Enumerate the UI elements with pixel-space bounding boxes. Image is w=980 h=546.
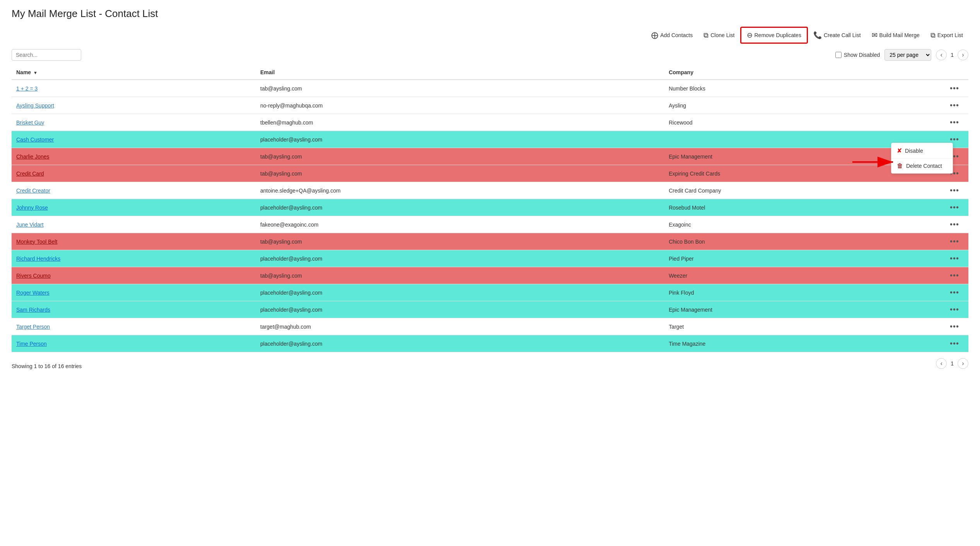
- contact-name-link[interactable]: 1 + 2 = 3: [16, 85, 38, 92]
- contact-actions-cell: •••: [945, 199, 968, 216]
- contact-email-cell: placeholder@aysling.com: [256, 131, 664, 148]
- add-contacts-button[interactable]: ⨁ Add Contacts: [646, 28, 698, 43]
- contact-company-cell: Epic Management: [664, 301, 945, 318]
- export-icon: ⧉: [930, 31, 936, 39]
- contact-actions-cell: •••: [945, 284, 968, 301]
- action-dots-button[interactable]: •••: [950, 322, 959, 331]
- remove-duplicates-button[interactable]: ⊖ Remove Duplicates: [740, 27, 808, 44]
- contact-name-cell: Charlie Jones: [12, 148, 256, 165]
- contact-name-link[interactable]: Sam Richards: [16, 307, 50, 313]
- action-dots-button[interactable]: •••: [950, 135, 959, 143]
- contact-email-cell: placeholder@aysling.com: [256, 335, 664, 352]
- contact-actions-cell: •••: [945, 318, 968, 335]
- actions-header: [945, 65, 968, 80]
- action-dots-button[interactable]: •••: [950, 186, 959, 195]
- table-row: Cash Customer placeholder@aysling.com ••…: [12, 131, 968, 148]
- table-row: Credit Card tab@aysling.com Expiring Cre…: [12, 165, 968, 182]
- contact-name-link[interactable]: Richard Hendricks: [16, 256, 60, 262]
- action-dots-button[interactable]: •••: [950, 84, 959, 92]
- clone-list-button[interactable]: ⧉ Clone List: [698, 28, 740, 43]
- contact-email-cell: fakeone@exagoinc.com: [256, 216, 664, 233]
- contact-actions-cell: •••: [945, 335, 968, 352]
- contact-actions-cell: •••: [945, 267, 968, 284]
- contact-company-cell: Ricewood: [664, 114, 945, 131]
- table-row: Richard Hendricks placeholder@aysling.co…: [12, 250, 968, 267]
- contact-name-cell: Time Person: [12, 335, 256, 352]
- contact-company-cell: Pied Piper: [664, 250, 945, 267]
- contact-actions-cell: •••: [945, 301, 968, 318]
- table-wrapper: Name ▼ Email Company 1 + 2 = 3 tab@aysli…: [12, 65, 968, 352]
- action-dots-button[interactable]: •••: [950, 237, 959, 246]
- action-dots-button[interactable]: •••: [950, 339, 959, 348]
- contact-name-cell: Aysling Support: [12, 97, 256, 114]
- contact-actions-cell: •••: [945, 182, 968, 199]
- page-number-top: 1: [949, 52, 955, 58]
- prev-page-button-bottom[interactable]: ‹: [936, 358, 947, 369]
- contact-actions-cell: •••: [945, 233, 968, 250]
- page-container: My Mail Merge List - Contact List ⨁ Add …: [0, 0, 980, 377]
- contact-company-cell: Number Blocks: [664, 80, 945, 97]
- table-row: Roger Waters placeholder@aysling.com Pin…: [12, 284, 968, 301]
- per-page-select[interactable]: 25 per page 50 per page 100 per page: [884, 49, 931, 61]
- name-header[interactable]: Name ▼: [12, 65, 256, 80]
- contact-name-link[interactable]: Target Person: [16, 324, 50, 330]
- action-dots-button[interactable]: •••: [950, 220, 959, 229]
- action-dots-button[interactable]: •••: [950, 305, 959, 314]
- contact-name-cell: 1 + 2 = 3: [12, 80, 256, 97]
- action-dots-button[interactable]: •••: [950, 118, 959, 126]
- table-row: Sam Richards placeholder@aysling.com Epi…: [12, 301, 968, 318]
- contact-email-cell: placeholder@aysling.com: [256, 199, 664, 216]
- action-dots-button[interactable]: •••: [950, 271, 959, 280]
- next-page-button-bottom[interactable]: ›: [958, 358, 968, 369]
- pagination-top: ‹ 1 ›: [936, 49, 968, 60]
- table-row: 1 + 2 = 3 tab@aysling.com Number Blocks …: [12, 80, 968, 97]
- contact-name-link[interactable]: Time Person: [16, 341, 47, 347]
- table-row: Charlie Jones tab@aysling.com Epic Manag…: [12, 148, 968, 165]
- contact-name-link[interactable]: Monkey Tool Belt: [16, 239, 57, 245]
- contact-company-cell: Chico Bon Bon: [664, 233, 945, 250]
- next-page-button-top[interactable]: ›: [958, 49, 968, 60]
- contact-name-link[interactable]: Aysling Support: [16, 102, 54, 109]
- show-disabled-label[interactable]: Show Disabled: [835, 52, 880, 58]
- search-input[interactable]: [12, 49, 81, 61]
- contact-name-link[interactable]: Charlie Jones: [16, 154, 50, 160]
- action-dots-button[interactable]: •••: [950, 101, 959, 109]
- contact-company-cell: Rosebud Motel: [664, 199, 945, 216]
- contact-name-link[interactable]: Johnny Rose: [16, 205, 48, 211]
- contact-name-link[interactable]: Rivers Coumo: [16, 273, 51, 279]
- build-mail-merge-button[interactable]: ✉ Build Mail Merge: [866, 28, 925, 43]
- page-title: My Mail Merge List - Contact List: [12, 8, 968, 20]
- action-dots-button[interactable]: •••: [950, 288, 959, 297]
- contact-name-cell: Roger Waters: [12, 284, 256, 301]
- contact-email-cell: placeholder@aysling.com: [256, 301, 664, 318]
- contact-company-cell: Time Magazine: [664, 335, 945, 352]
- contact-company-cell: Target: [664, 318, 945, 335]
- contact-name-link[interactable]: Brisket Guy: [16, 119, 44, 126]
- contact-name-link[interactable]: Credit Card: [16, 171, 44, 177]
- contact-email-cell: antoine.sledge+QA@aysling.com: [256, 182, 664, 199]
- contact-name-link[interactable]: Roger Waters: [16, 290, 50, 296]
- pagination-bottom: ‹ 1 ›: [936, 358, 968, 369]
- contact-name-cell: Monkey Tool Belt: [12, 233, 256, 250]
- table-row: Credit Creator antoine.sledge+QA@aysling…: [12, 182, 968, 199]
- prev-page-button-top[interactable]: ‹: [936, 49, 947, 60]
- contact-email-cell: tab@aysling.com: [256, 165, 664, 182]
- contact-name-link[interactable]: Credit Creator: [16, 188, 50, 194]
- disable-action[interactable]: ✘ Disable: [891, 143, 953, 159]
- email-header: Email: [256, 65, 664, 80]
- contact-actions-cell: •••: [945, 97, 968, 114]
- contact-name-link[interactable]: June Vidart: [16, 222, 44, 228]
- create-call-list-button[interactable]: 📞 Create Call List: [808, 28, 866, 43]
- table-row: Aysling Support no-reply@maghubqa.com Ay…: [12, 97, 968, 114]
- action-dots-button[interactable]: •••: [950, 203, 959, 212]
- contact-name-cell: Cash Customer: [12, 131, 256, 148]
- footer-row: Showing 1 to 16 of 16 entries ‹ 1 ›: [12, 358, 968, 369]
- export-list-button[interactable]: ⧉ Export List: [925, 28, 968, 43]
- contact-name-cell: Richard Hendricks: [12, 250, 256, 267]
- show-disabled-checkbox[interactable]: [835, 52, 842, 58]
- contact-actions-cell: •••: [945, 216, 968, 233]
- delete-contact-action[interactable]: 🗑 Delete Contact: [891, 159, 953, 173]
- action-dots-button[interactable]: •••: [950, 254, 959, 263]
- contact-company-cell: Pink Floyd: [664, 284, 945, 301]
- contact-name-link[interactable]: Cash Customer: [16, 136, 54, 143]
